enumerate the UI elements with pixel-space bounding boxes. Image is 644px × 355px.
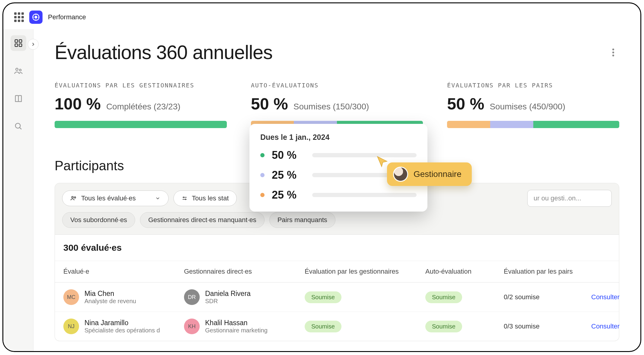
col-managers: Gestionnaires direct·es <box>184 268 302 275</box>
cursor-icon <box>376 156 389 169</box>
sidebar <box>3 29 33 352</box>
person-role: SDR <box>205 298 251 305</box>
cursor-label: Gestionnaire <box>414 169 462 179</box>
chip-directs[interactable]: Vos subordonné·es <box>62 212 135 228</box>
svg-point-13 <box>74 197 76 198</box>
kpi-status: Complétées (23/23) <box>106 102 180 112</box>
chevron-down-icon <box>155 196 160 201</box>
kpi-progress-bar <box>55 121 227 128</box>
popover-value: 50 % <box>272 149 305 162</box>
peer-progress: 0/3 soumise <box>504 322 588 330</box>
popover-value: 25 % <box>272 189 305 201</box>
col-mgr-eval: Évaluation par les gestionnaires <box>305 268 422 275</box>
evaluee-cell: NJ Nina Jaramillo Spécialiste des opérat… <box>63 319 181 334</box>
sidebar-expand-button[interactable] <box>28 39 39 50</box>
sliders-icon <box>182 195 188 201</box>
people-icon <box>70 195 77 202</box>
kpi-managers: ÉVALUATIONS PAR LES GESTIONNAIRES 100 % … <box>55 82 227 128</box>
popover-title: Dues le 1 jan., 2024 <box>260 133 417 142</box>
table-row[interactable]: NJ Nina Jaramillo Spécialiste des opérat… <box>55 312 619 341</box>
kpi-label: ÉVALUATIONS PAR LES GESTIONNAIRES <box>55 82 227 89</box>
table-row[interactable]: MC Mia Chen Analyste de revenu DR Daniel… <box>55 282 619 312</box>
chip-missing-managers[interactable]: Gestionnaires direct·es manquant·es <box>140 212 264 228</box>
person-name: Khalil Hassan <box>205 319 268 327</box>
apps-grid-icon[interactable] <box>14 12 24 22</box>
page-title: Évaluations 360 annuelles <box>55 41 272 64</box>
peer-progress: 0/2 soumise <box>504 293 588 301</box>
kpi-value: 50 % <box>447 94 484 113</box>
more-actions-button[interactable] <box>607 46 619 58</box>
svg-point-9 <box>612 49 614 50</box>
svg-point-1 <box>35 16 37 18</box>
kpi-cards: ÉVALUATIONS PAR LES GESTIONNAIRES 100 % … <box>55 82 619 128</box>
status-badge: Soumise <box>305 321 341 332</box>
avatar: DR <box>184 289 200 305</box>
avatar: NJ <box>63 319 79 334</box>
svg-rect-2 <box>15 40 17 42</box>
col-self-eval: Auto-évaluation <box>425 268 501 275</box>
popover-row: 50 % <box>260 149 417 162</box>
table-count: 300 évalué·es <box>55 235 619 261</box>
kpi-value: 50 % <box>251 94 288 113</box>
legend-dot-icon <box>260 153 265 157</box>
person-role: Analyste de revenu <box>84 298 136 305</box>
search-placeholder: ur ou gesti..on... <box>534 194 581 202</box>
avatar: MC <box>63 289 79 305</box>
status-badge: Soumise <box>425 291 462 303</box>
person-name: Mia Chen <box>84 290 136 298</box>
filter-label: Tous les évalué·es <box>81 194 136 202</box>
popover-bar <box>312 193 417 197</box>
view-link[interactable]: Consulter <box>591 293 640 301</box>
app-logo-icon[interactable] <box>29 11 43 24</box>
avatar: KH <box>184 319 200 334</box>
col-evaluee: Évalué·e <box>63 268 181 275</box>
popover-value: 25 % <box>272 169 305 181</box>
legend-dot-icon <box>260 173 265 177</box>
table-header-row: Évalué·e Gestionnaires direct·es Évaluat… <box>55 261 619 282</box>
popover-bar <box>312 153 417 157</box>
svg-rect-4 <box>15 44 17 47</box>
sidebar-item-docs[interactable] <box>11 91 26 106</box>
svg-rect-5 <box>19 44 22 47</box>
kpi-status: Soumises (450/900) <box>490 102 565 112</box>
svg-point-12 <box>72 196 74 198</box>
sidebar-item-dashboard[interactable] <box>11 35 26 51</box>
svg-point-11 <box>612 55 614 56</box>
app-name: Performance <box>48 13 86 21</box>
person-role: Spécialiste des opérations d <box>84 327 160 334</box>
svg-point-7 <box>19 69 21 71</box>
person-name: Daniela Rivera <box>205 290 251 298</box>
view-link[interactable]: Consulter <box>591 322 640 330</box>
col-peer-eval: Évaluation par les pairs <box>504 268 588 275</box>
legend-dot-icon <box>260 193 265 197</box>
person-role: Gestionnaire marketing <box>205 327 268 334</box>
collaborator-cursor-badge: Gestionnaire <box>387 162 472 186</box>
avatar <box>393 167 408 182</box>
chip-missing-peers[interactable]: Pairs manquants <box>269 212 335 228</box>
filter-status-dropdown[interactable]: Tous les stat <box>173 190 237 206</box>
manager-cell: KH Khalil Hassan Gestionnaire marketing <box>184 319 302 334</box>
person-name: Nina Jaramillo <box>84 319 160 327</box>
sidebar-item-people[interactable] <box>11 63 26 79</box>
sidebar-item-search[interactable] <box>11 118 26 134</box>
search-input[interactable]: ur ou gesti..on... <box>527 190 612 207</box>
popover-row: 25 % <box>260 189 417 201</box>
kpi-value: 100 % <box>55 94 101 113</box>
kpi-status: Soumises (150/300) <box>293 102 369 112</box>
svg-rect-3 <box>19 40 22 42</box>
kpi-self: AUTO-ÉVALUATIONS 50 % Soumises (150/300) <box>251 82 423 128</box>
kpi-label: AUTO-ÉVALUATIONS <box>251 82 423 89</box>
participants-table: 300 évalué·es Évalué·e Gestionnaires dir… <box>55 235 619 341</box>
filter-evaluees-dropdown[interactable]: Tous les évalué·es <box>62 190 169 206</box>
kpi-peers: ÉVALUATIONS PAR LES PAIRS 50 % Soumises … <box>447 82 619 128</box>
svg-point-8 <box>15 123 20 128</box>
kpi-progress-bar[interactable] <box>447 121 619 128</box>
kpi-label: ÉVALUATIONS PAR LES PAIRS <box>447 82 619 89</box>
manager-cell: DR Daniela Rivera SDR <box>184 289 302 305</box>
filter-label: Tous les stat <box>192 194 229 202</box>
status-badge: Soumise <box>305 291 341 303</box>
svg-point-6 <box>16 68 18 71</box>
svg-point-10 <box>612 52 614 53</box>
evaluee-cell: MC Mia Chen Analyste de revenu <box>63 289 181 305</box>
status-badge: Soumise <box>425 321 462 332</box>
